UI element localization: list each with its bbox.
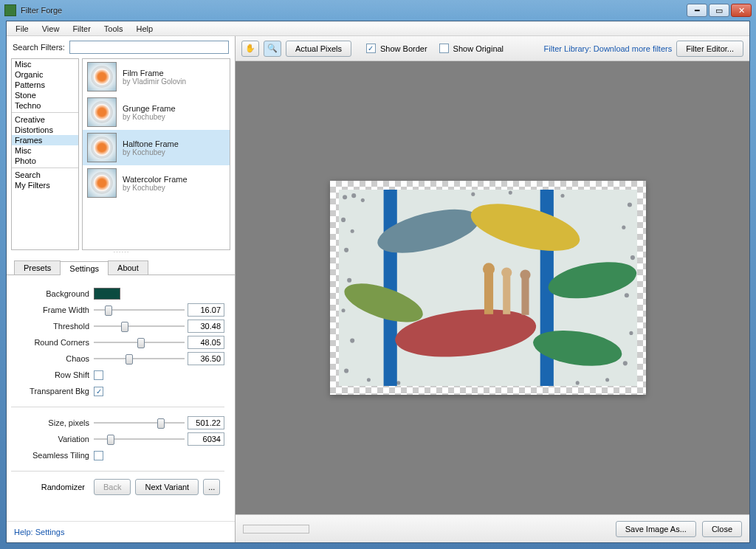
sizepixels-slider[interactable] — [94, 417, 185, 429]
randomizer-more-button[interactable]: ... — [203, 479, 220, 495]
menubar: File View Filter Tools Help — [7, 21, 749, 36]
menu-filter[interactable]: Filter — [66, 23, 96, 35]
threshold-slider[interactable] — [94, 320, 185, 332]
svg-point-34 — [576, 381, 580, 384]
framewidth-slider[interactable] — [94, 304, 185, 316]
cat-creative[interactable]: Creative — [12, 114, 78, 125]
background-swatch[interactable] — [94, 288, 120, 300]
svg-rect-13 — [521, 279, 529, 315]
preview-image — [330, 181, 646, 395]
filter-author: by Vladimir Golovin — [123, 77, 186, 86]
filter-library-link[interactable]: Filter Library: Download more filters — [544, 44, 673, 53]
cat-myfilters[interactable]: My Filters — [12, 180, 78, 190]
randomizer-back-button[interactable]: Back — [94, 479, 131, 495]
right-panel: ✋ 🔍 Actual Pixels ✓ Show Border Show Ori… — [236, 36, 749, 542]
cat-misc2[interactable]: Misc — [12, 145, 78, 156]
randomizer-next-button[interactable]: Next Variant — [135, 479, 199, 495]
menu-view[interactable]: View — [36, 23, 66, 35]
svg-point-21 — [347, 278, 351, 283]
cat-distortions[interactable]: Distortions — [12, 125, 78, 135]
roundcorners-value[interactable] — [188, 336, 224, 349]
framewidth-value[interactable] — [188, 303, 224, 317]
cat-organic[interactable]: Organic — [12, 69, 78, 80]
filter-item[interactable]: Watercolor Frameby Kochubey — [83, 165, 230, 201]
svg-point-24 — [344, 368, 348, 373]
filter-list[interactable]: Film Frameby Vladimir Golovin Grunge Fra… — [82, 58, 230, 250]
category-list[interactable]: Misc Organic Patterns Stone Techno Creat… — [11, 58, 79, 250]
maximize-button[interactable]: ▭ — [709, 4, 729, 17]
cat-search[interactable]: Search — [12, 170, 78, 180]
seamless-label: Seamless Tiling — [11, 451, 94, 460]
filter-thumb — [87, 168, 117, 198]
threshold-value[interactable] — [188, 320, 224, 333]
filter-item[interactable]: Halftone Frameby Kochubey — [83, 130, 230, 165]
bottom-bar: Save Image As... Close — [236, 514, 749, 542]
filter-item[interactable]: Grunge Frameby Kochubey — [83, 94, 230, 130]
variation-slider[interactable] — [94, 433, 185, 445]
titlebar: Filter Forge ━ ▭ ✕ — [0, 0, 756, 21]
chaos-slider[interactable] — [94, 353, 185, 365]
minimize-button[interactable]: ━ — [687, 4, 707, 17]
svg-point-32 — [623, 361, 628, 365]
filter-author: by Kochubey — [123, 113, 176, 121]
chaos-label: Chaos — [11, 354, 94, 363]
tab-presets[interactable]: Presets — [14, 260, 61, 274]
rowshift-checkbox[interactable] — [94, 370, 103, 380]
svg-point-22 — [342, 308, 346, 312]
svg-point-35 — [471, 193, 475, 196]
seamless-checkbox[interactable] — [94, 451, 103, 460]
filter-editor-button[interactable]: Filter Editor... — [676, 41, 743, 57]
sizepixels-value[interactable] — [188, 416, 224, 429]
framewidth-label: Frame Width — [11, 305, 94, 314]
left-panel: Search Filters: Misc Organic Patterns St… — [7, 36, 236, 542]
svg-point-33 — [605, 378, 609, 381]
roundcorners-slider[interactable] — [94, 336, 185, 348]
menu-file[interactable]: File — [10, 23, 35, 35]
zoom-tool-button[interactable]: 🔍 — [264, 41, 281, 57]
svg-point-16 — [351, 193, 356, 198]
cat-patterns[interactable]: Patterns — [12, 80, 78, 90]
filter-name: Grunge Frame — [123, 104, 176, 113]
preview-canvas[interactable] — [236, 61, 749, 514]
help-link[interactable]: Help: Settings — [7, 521, 235, 542]
save-image-button[interactable]: Save Image As... — [616, 521, 696, 537]
svg-point-36 — [509, 191, 512, 195]
svg-point-17 — [361, 198, 365, 202]
svg-point-20 — [344, 248, 348, 252]
search-label: Search Filters: — [13, 43, 65, 52]
settings-panel: Background Frame Width Threshold Round C… — [7, 275, 235, 521]
close-button[interactable]: ✕ — [731, 4, 752, 17]
roundcorners-label: Round Corners — [11, 338, 94, 347]
menu-tools[interactable]: Tools — [98, 23, 129, 35]
chaos-value[interactable] — [188, 352, 224, 365]
background-label: Background — [11, 289, 94, 298]
svg-point-31 — [629, 331, 633, 335]
filter-author: by Kochubey — [123, 148, 179, 156]
app-icon — [4, 4, 16, 16]
transparentbkg-checkbox[interactable]: ✓ — [94, 387, 103, 396]
svg-point-18 — [341, 218, 346, 222]
filter-name: Halftone Frame — [123, 139, 179, 148]
menu-help[interactable]: Help — [131, 23, 159, 35]
variation-value[interactable] — [188, 432, 224, 446]
actual-pixels-button[interactable]: Actual Pixels — [286, 41, 351, 57]
show-original-checkbox[interactable] — [439, 44, 449, 53]
show-border-checkbox[interactable]: ✓ — [366, 44, 376, 53]
cat-photo[interactable]: Photo — [12, 156, 78, 166]
search-input[interactable] — [69, 41, 229, 54]
preview-toolbar: ✋ 🔍 Actual Pixels ✓ Show Border Show Ori… — [236, 36, 749, 61]
svg-rect-11 — [503, 277, 510, 314]
cat-techno[interactable]: Techno — [12, 100, 78, 111]
cat-frames[interactable]: Frames — [12, 135, 78, 145]
filter-item[interactable]: Film Frameby Vladimir Golovin — [83, 59, 230, 94]
close-dialog-button[interactable]: Close — [702, 521, 742, 537]
tab-settings[interactable]: Settings — [60, 261, 109, 275]
tab-about[interactable]: About — [108, 260, 148, 274]
svg-point-19 — [351, 229, 354, 233]
cat-stone[interactable]: Stone — [12, 90, 78, 100]
hand-tool-button[interactable]: ✋ — [241, 41, 259, 57]
filter-thumb — [87, 133, 117, 162]
threshold-label: Threshold — [11, 322, 94, 331]
cat-misc[interactable]: Misc — [12, 59, 78, 69]
transparentbkg-label: Transparent Bkg — [11, 387, 94, 396]
